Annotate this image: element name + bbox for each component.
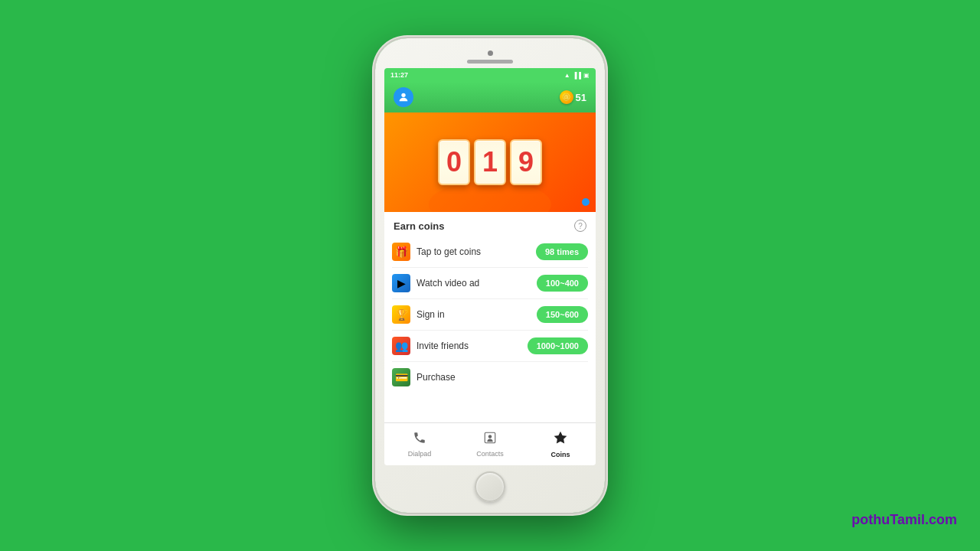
coin-count: 51 [576, 92, 586, 103]
status-bar: 11:27 ▲ ▐▐ ▣ [384, 68, 596, 82]
icon-invite: 👥 [392, 337, 410, 355]
nav-label-contacts: Contacts [476, 450, 504, 458]
nav-item-dialpad[interactable]: Dialpad [384, 431, 455, 458]
label-tap-coins: Tap to get coins [416, 246, 481, 257]
coins-star-icon [553, 430, 568, 449]
banner-dot-indicator [582, 198, 590, 206]
nav-item-contacts[interactable]: Contacts [455, 431, 525, 458]
label-invite: Invite friends [416, 341, 469, 351]
earn-header: Earn coins ? [384, 212, 596, 236]
coin-badge: 🪙 51 [560, 90, 586, 104]
label-purchase: Purchase [416, 372, 456, 383]
home-button[interactable] [475, 471, 505, 502]
earn-item-purchase[interactable]: 💳 Purchase [392, 362, 588, 393]
coin-icon: 🪙 [560, 90, 573, 104]
content-area: Earn coins ? 🎁 Tap to get coins 98 times [384, 212, 596, 422]
earn-item-invite[interactable]: 👥 Invite friends 1000~1000 [392, 331, 588, 362]
btn-tap-coins[interactable]: 98 times [536, 243, 588, 260]
dialpad-icon [413, 431, 426, 448]
label-sign-in: Sign in [416, 309, 445, 320]
slot-digit-1: 1 [474, 139, 506, 185]
btn-sign-in[interactable]: 150~600 [537, 306, 588, 323]
svg-point-0 [401, 93, 405, 97]
contacts-icon [483, 431, 497, 448]
wifi-icon: ▲ [564, 72, 570, 79]
avatar[interactable] [394, 87, 413, 107]
background: 11:27 ▲ ▐▐ ▣ 🪙 51 [0, 0, 980, 551]
earn-item-sign-in[interactable]: 🏆 Sign in 150~600 [392, 299, 588, 331]
slot-machine: 0 1 9 [438, 139, 542, 185]
slot-digit-0: 0 [438, 139, 470, 185]
icon-tap-coins: 🎁 [392, 243, 410, 261]
nav-item-coins[interactable]: Coins [525, 430, 596, 458]
btn-invite[interactable]: 1000~1000 [528, 337, 588, 354]
bottom-nav: Dialpad Contacts [384, 422, 596, 465]
svg-marker-3 [554, 432, 567, 444]
front-camera [488, 51, 493, 56]
svg-point-2 [488, 435, 492, 439]
phone-shell: 11:27 ▲ ▐▐ ▣ 🪙 51 [375, 38, 605, 513]
nav-label-dialpad: Dialpad [408, 450, 432, 458]
slot-digit-2: 9 [510, 139, 542, 185]
banner[interactable]: 0 1 9 [384, 112, 596, 212]
earn-item-tap-coins[interactable]: 🎁 Tap to get coins 98 times [392, 236, 588, 268]
earn-list: 🎁 Tap to get coins 98 times ▶ Watch vide… [384, 236, 596, 393]
icon-watch-video: ▶ [392, 274, 410, 292]
label-watch-video: Watch video ad [416, 278, 479, 289]
icon-purchase: 💳 [392, 368, 410, 386]
btn-watch-video[interactable]: 100~400 [537, 275, 588, 292]
earn-item-watch-video[interactable]: ▶ Watch video ad 100~400 [392, 268, 588, 299]
watermark: pothuTamil.com [851, 512, 957, 528]
help-icon[interactable]: ? [574, 220, 586, 232]
battery-icon: ▣ [583, 72, 590, 79]
app-header: 🪙 51 [384, 82, 596, 112]
speaker-grille [467, 60, 513, 64]
icon-sign-in: 🏆 [392, 305, 410, 324]
earn-title: Earn coins [394, 220, 444, 232]
nav-label-coins: Coins [550, 451, 570, 458]
signal-icon: ▐▐ [573, 72, 581, 79]
screen: 11:27 ▲ ▐▐ ▣ 🪙 51 [384, 68, 596, 465]
status-time: 11:27 [390, 71, 408, 79]
